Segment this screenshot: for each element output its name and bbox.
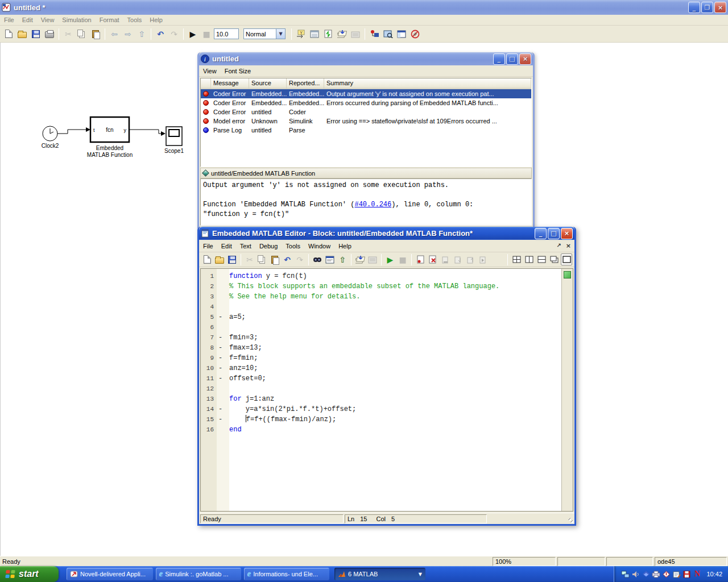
main-window-titlebar[interactable]: untitled * _ ❐ × <box>0 0 728 15</box>
code-line[interactable]: 3% See the help menu for details. <box>201 292 573 302</box>
main-restore-button[interactable]: ❐ <box>701 2 713 13</box>
editor-titlebar[interactable]: Embedded MATLAB Editor - Block: untitled… <box>199 227 574 240</box>
print-icon[interactable] <box>43 28 56 40</box>
redo-icon[interactable]: ↷ <box>294 253 305 265</box>
editor-menu-tools[interactable]: Tools <box>282 241 304 251</box>
updates-icon[interactable] <box>642 570 650 579</box>
continue-icon[interactable] <box>477 253 489 265</box>
step-icon[interactable] <box>440 253 451 265</box>
code-line[interactable]: 5-a=5; <box>201 312 573 322</box>
diagnostic-row[interactable]: Parse LoguntitledParse <box>201 126 531 135</box>
main-menu-view[interactable]: View <box>37 15 59 25</box>
embedded-matlab-function-block[interactable]: t fcn y Embedded MATLAB Function <box>87 117 133 158</box>
diagnostic-row[interactable]: Coder ErrorEmbedded...Embedded...Errors … <box>201 98 531 107</box>
diagnostic-maximize-button[interactable]: □ <box>506 53 518 65</box>
open-icon[interactable] <box>16 28 28 40</box>
open-icon[interactable] <box>214 253 225 265</box>
main-close-button[interactable]: × <box>714 2 726 13</box>
copy-icon[interactable] <box>76 28 88 40</box>
main-minimize-button[interactable]: _ <box>688 2 700 13</box>
simulation-time-input[interactable] <box>214 28 239 39</box>
code-line[interactable]: 1function y = fcn(t) <box>201 271 573 281</box>
start-button[interactable]: start <box>0 566 59 582</box>
step-in-icon[interactable] <box>452 253 464 265</box>
save-icon[interactable] <box>30 28 42 40</box>
browser-toggle-icon[interactable] <box>395 28 408 40</box>
diagnostic-titlebar[interactable]: i untitled _ □ × <box>199 52 533 65</box>
code-line[interactable]: 7-fmin=3; <box>201 332 573 343</box>
build-all-icon[interactable] <box>354 253 366 265</box>
cut-icon[interactable]: ✂ <box>62 28 75 40</box>
code-line[interactable]: 13for j=1:anz <box>201 394 573 404</box>
diagnostic-row[interactable]: Model errorUnknownSimulinkError using ==… <box>201 117 531 126</box>
save-icon[interactable] <box>226 253 238 265</box>
diagnostic-row[interactable]: Coder ErroruntitledCoder <box>201 107 531 117</box>
editor-minimize-button[interactable]: _ <box>535 228 547 239</box>
paste-icon[interactable] <box>89 28 102 40</box>
step-out-icon[interactable] <box>465 253 476 265</box>
code-ok-indicator-icon[interactable] <box>564 271 571 278</box>
code-line[interactable]: 8-fmax=13; <box>201 343 573 353</box>
security-agent-icon[interactable] <box>662 570 671 579</box>
editor-maximize-button[interactable]: □ <box>548 228 560 239</box>
column-message[interactable]: Message <box>211 78 249 89</box>
copy-icon[interactable] <box>257 253 268 265</box>
code-line[interactable]: 15- f=f+((fmax-fmin)/anz); <box>201 414 573 425</box>
layout-hsplit-icon[interactable] <box>536 253 547 265</box>
main-menu-format[interactable]: Format <box>96 15 123 25</box>
editor-menu-text[interactable]: Text <box>236 241 255 251</box>
column-source[interactable]: Source <box>249 78 287 89</box>
main-menu-simulation[interactable]: Simulation <box>58 15 95 25</box>
editor-menu-edit[interactable]: Edit <box>217 241 236 251</box>
volume-icon[interactable] <box>631 570 640 579</box>
column-reported[interactable]: Reported... <box>287 78 324 89</box>
backup-icon[interactable] <box>682 570 691 579</box>
find-window-icon[interactable] <box>324 253 336 265</box>
novell-tray-icon[interactable]: N <box>693 570 701 579</box>
update-diagram-icon[interactable] <box>322 28 334 40</box>
code-line[interactable]: 4 <box>201 302 573 312</box>
simulink-library-icon[interactable] <box>368 28 380 40</box>
close-pane-icon[interactable]: × <box>566 242 571 250</box>
diagnostic-close-button[interactable]: × <box>519 53 531 65</box>
taskbar-button-novell[interactable]: Novell-delivered Appli... <box>67 568 153 580</box>
diagnostic-row[interactable]: Coder ErrorEmbedded...Embedded...Output … <box>201 89 531 98</box>
model-snapshot-icon[interactable] <box>382 28 394 40</box>
editor-menu-debug[interactable]: Debug <box>255 241 282 251</box>
editor-close-button[interactable]: × <box>561 228 573 239</box>
stop-simulation-icon[interactable]: ■ <box>200 28 213 40</box>
diagnostic-minimize-button[interactable]: _ <box>493 53 505 65</box>
clear-breakpoints-icon[interactable] <box>427 253 439 265</box>
stop-icon[interactable]: ■ <box>397 253 408 265</box>
back-icon[interactable]: ⇦ <box>108 28 121 40</box>
message-indicator-bar[interactable] <box>561 269 573 511</box>
resize-grip[interactable] <box>566 516 574 524</box>
undo-icon[interactable]: ↶ <box>154 28 167 40</box>
run-icon[interactable]: ▶ <box>384 253 396 265</box>
goto-function-icon[interactable]: ⇧ <box>337 253 348 265</box>
debugger-icon[interactable] <box>409 28 421 40</box>
undock-icon[interactable]: ↗ <box>556 242 561 250</box>
scheduler-icon[interactable] <box>672 570 681 579</box>
code-line[interactable]: 16end <box>201 425 573 435</box>
check-code-icon[interactable] <box>367 253 378 265</box>
model-browser-icon[interactable] <box>308 28 321 40</box>
editor-menu-help[interactable]: Help <box>334 241 355 251</box>
code-line[interactable]: 6 <box>201 322 573 332</box>
code-line[interactable]: 14- y=a*sin(2*pi.*f.*t)+offset; <box>201 404 573 414</box>
main-menu-edit[interactable]: Edit <box>18 15 37 25</box>
error-location-link[interactable]: #40.0.246 <box>354 201 391 209</box>
diagnostic-menu-fontsize[interactable]: Font Size <box>221 66 255 76</box>
generate-code-icon[interactable] <box>349 28 362 40</box>
set-breakpoint-icon[interactable] <box>415 253 426 265</box>
editor-menu-file[interactable]: File <box>199 241 217 251</box>
simulation-mode-select[interactable]: Normal ▼ <box>243 28 286 39</box>
paste-icon[interactable] <box>269 253 280 265</box>
taskbar-button-informations-web[interactable]: e Informations- und Ele... <box>244 568 329 580</box>
layout-cascade-icon[interactable] <box>548 253 560 265</box>
main-menu-file[interactable]: File <box>0 15 18 25</box>
clock-block[interactable]: Clock2 <box>42 126 59 149</box>
library-link-icon[interactable]: Y <box>295 28 307 40</box>
column-summary[interactable]: Summary <box>324 78 531 89</box>
layout-single-icon[interactable] <box>561 253 572 265</box>
